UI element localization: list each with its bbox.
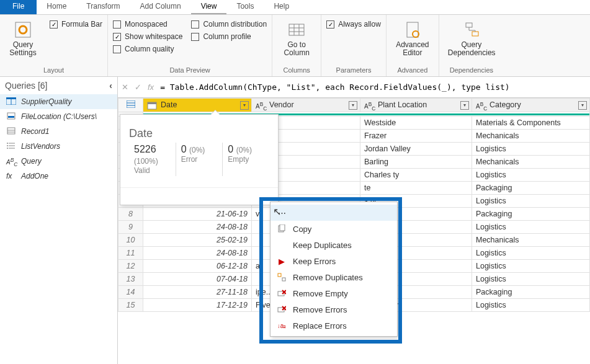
column-header-date[interactable]: Date▾: [143, 99, 252, 112]
query-type-icon: [6, 142, 16, 151]
cell-plant[interactable]: Barling: [360, 156, 472, 169]
ctx-rep-err-label: Replace Errors: [293, 321, 347, 331]
cancel-icon[interactable]: ✕: [122, 82, 128, 92]
cell-category[interactable]: Packaging: [472, 286, 590, 299]
sidebar-item-query[interactable]: SupplierQuality: [0, 94, 117, 109]
sidebar-item-query[interactable]: ABCQuery: [0, 154, 117, 169]
formula-input[interactable]: [160, 82, 586, 92]
add-column-tab[interactable]: Add Column: [130, 0, 191, 14]
filter-icon[interactable]: ▾: [578, 101, 587, 110]
cell-category[interactable]: Mechanicals: [472, 234, 590, 247]
cell-category[interactable]: Logistics: [472, 273, 590, 286]
advanced-editor-button[interactable]: Advanced Editor: [391, 17, 434, 60]
svg-rect-2: [289, 24, 304, 35]
view-tab[interactable]: View: [191, 0, 227, 14]
home-tab[interactable]: Home: [37, 0, 76, 14]
svg-rect-10: [472, 32, 478, 36]
cell-date[interactable]: 24-08-18: [143, 221, 252, 234]
ctx-copy[interactable]: Copy: [270, 221, 397, 237]
commit-icon[interactable]: ✓: [135, 82, 141, 92]
help-tab[interactable]: Help: [264, 0, 299, 14]
editor-icon: [403, 20, 422, 40]
query-item-label: Query: [21, 157, 42, 166]
tools-tab[interactable]: Tools: [226, 0, 264, 14]
cell-date[interactable]: 24-08-18: [143, 247, 252, 260]
filter-icon[interactable]: ▾: [460, 101, 469, 110]
ctx-remove-duplicates[interactable]: Remove Duplicates: [270, 269, 397, 285]
cell-category[interactable]: Materials & Components: [472, 117, 590, 130]
cell-date[interactable]: 25-02-19: [143, 234, 252, 247]
ctx-keep-errors[interactable]: ▶Keep Errors: [270, 253, 397, 269]
column-header-vendor[interactable]: ABCVendor▾: [252, 99, 360, 112]
show-whitespace-checkbox[interactable]: ✓Show whitespace: [113, 32, 182, 41]
cell-category[interactable]: Logistics: [472, 169, 590, 182]
row-number: 10: [118, 234, 143, 247]
replace-icon: ↓a₂: [277, 321, 287, 331]
cell-date[interactable]: 17-12-19: [143, 299, 252, 312]
svg-point-23: [7, 145, 8, 146]
go-to-column-button[interactable]: Go to Column: [277, 17, 316, 60]
ribbon-group-label: Columns: [277, 65, 316, 76]
column-header-category[interactable]: ABCCategory▾: [472, 99, 590, 112]
filter-icon[interactable]: ▾: [349, 101, 357, 110]
column-header-plant[interactable]: ABCPlant Location▾: [360, 99, 472, 112]
cell-category[interactable]: Mechanicals: [472, 156, 590, 169]
ctx-keep-dup-label: Keep Duplicates: [293, 241, 352, 250]
formula-bar: ✕ ✓ fx: [118, 77, 590, 98]
sidebar-item-query[interactable]: ListVendors: [0, 139, 117, 154]
cell-category[interactable]: Logistics: [472, 195, 590, 208]
sidebar-item-query[interactable]: fxAddOne: [0, 169, 117, 184]
collapse-icon[interactable]: ‹: [109, 81, 112, 91]
cell-date[interactable]: 06-12-18: [143, 260, 252, 273]
text-type-icon: ABC: [476, 101, 487, 110]
ctx-remove-errors[interactable]: Remove Errors: [270, 301, 397, 317]
advanced-editor-label: Advanced Editor: [395, 41, 430, 57]
monospaced-label: Monospaced: [125, 20, 168, 29]
cell-plant[interactable]: te: [360, 182, 472, 195]
filter-icon[interactable]: ▾: [240, 101, 249, 110]
ellipsis-icon: ⋯: [277, 208, 287, 218]
cell-date[interactable]: 21-06-19: [143, 208, 252, 221]
query-settings-button[interactable]: Query Settings: [5, 17, 41, 60]
cell-category[interactable]: Logistics: [472, 260, 590, 273]
ctx-ellipsis-button[interactable]: ⋯: [270, 205, 397, 221]
svg-rect-33: [282, 278, 285, 281]
ctx-replace-errors[interactable]: ↓a₂Replace Errors: [270, 317, 397, 334]
sidebar-item-query[interactable]: Record1: [0, 124, 117, 139]
query-dependencies-button[interactable]: Query Dependencies: [444, 17, 499, 60]
cell-date[interactable]: 27-11-18: [143, 286, 252, 299]
cell-category[interactable]: Packaging: [472, 208, 590, 221]
query-item-label: AddOne: [21, 172, 48, 180]
cell-category[interactable]: Logistics: [472, 143, 590, 156]
cell-date[interactable]: 07-04-18: [143, 273, 252, 286]
column-quality-checkbox[interactable]: Column quality: [113, 45, 182, 53]
cell-plant[interactable]: Charles ty: [360, 169, 472, 182]
context-menu[interactable]: ⋯ Copy Keep Duplicates ▶Keep Errors Remo…: [270, 202, 398, 337]
column-distribution-checkbox[interactable]: Column distribution: [191, 20, 267, 29]
ribbon-group-parameters: ✓Always allow Parameters: [321, 15, 387, 76]
date-type-icon: [147, 101, 158, 110]
column-profile-checkbox[interactable]: Column profile: [191, 32, 267, 41]
cell-category[interactable]: Logistics: [472, 299, 590, 312]
column-header-rownum[interactable]: [118, 99, 143, 112]
cell-plant[interactable]: Jordan Valley: [360, 143, 472, 156]
query-type-icon: [6, 112, 16, 121]
transform-tab[interactable]: Transform: [76, 0, 130, 14]
ctx-keep-duplicates[interactable]: Keep Duplicates: [270, 237, 397, 253]
cell-category[interactable]: Logistics: [472, 221, 590, 234]
cell-category[interactable]: Mechanicals: [472, 130, 590, 143]
formula-bar-checkbox[interactable]: ✓Formula Bar: [50, 20, 102, 29]
file-tab[interactable]: File: [0, 0, 37, 14]
ctx-remove-empty[interactable]: Remove Empty: [270, 285, 397, 301]
svg-point-1: [19, 26, 27, 33]
dependencies-icon: [462, 20, 481, 40]
cell-category[interactable]: Packaging: [472, 182, 590, 195]
cell-category[interactable]: Logistics: [472, 247, 590, 260]
query-settings-label: Query Settings: [9, 41, 37, 57]
monospaced-checkbox[interactable]: Monospaced: [113, 20, 182, 29]
sidebar-item-query[interactable]: FileLocation (C:\Users\: [0, 109, 117, 124]
cell-plant[interactable]: Westside: [360, 117, 472, 130]
cell-plant[interactable]: Frazer: [360, 130, 472, 143]
always-allow-checkbox[interactable]: ✓Always allow: [326, 20, 381, 29]
query-type-icon: [6, 127, 16, 136]
